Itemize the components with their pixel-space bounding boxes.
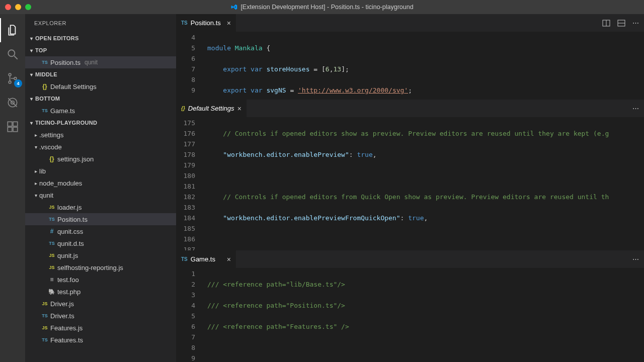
- chevron-right-icon: ▸: [32, 180, 39, 186]
- typescript-icon: TS: [46, 217, 57, 222]
- chevron-right-icon: ▸: [32, 132, 39, 138]
- open-editor-label: Game.ts: [50, 107, 75, 115]
- svg-point-2: [9, 73, 11, 76]
- tab-label: Default Settings: [188, 105, 234, 112]
- svg-rect-9: [8, 127, 12, 132]
- line-numbers: 175176177178179180181182183184185186187: [176, 118, 204, 250]
- section-bottom-label: BOTTOM: [35, 96, 60, 102]
- vscode-icon: [230, 4, 237, 11]
- open-editor-middle-default-settings[interactable]: {} Default Settings: [25, 80, 176, 93]
- svg-rect-8: [8, 122, 12, 126]
- tab-game-ts[interactable]: TS Game.ts ×: [176, 250, 236, 268]
- window-controls: [0, 4, 31, 10]
- section-top[interactable]: ▾ TOP: [25, 44, 176, 56]
- more-icon[interactable]: ⋯: [632, 19, 639, 27]
- activity-scm[interactable]: 4: [0, 66, 25, 90]
- file-position-ts[interactable]: TS Position.ts: [25, 213, 176, 225]
- typescript-icon: TS: [181, 20, 188, 26]
- window-title-text: [Extension Development Host] - Position.…: [240, 4, 413, 11]
- typescript-icon: TS: [181, 256, 188, 262]
- tab-label: Position.ts: [191, 19, 221, 27]
- typescript-icon: TS: [39, 60, 50, 65]
- file-features-js[interactable]: JS Features.js: [25, 322, 176, 334]
- folder-label: .settings: [39, 131, 63, 139]
- file-selfhosting-js[interactable]: JS selfhosting-reporting.js: [25, 261, 176, 274]
- minimize-window-button[interactable]: [15, 4, 21, 10]
- file-test-foo[interactable]: ≡ test.foo: [25, 274, 176, 286]
- section-top-label: TOP: [35, 47, 47, 53]
- editor-group-bottom: TS Game.ts × ⋯ 123456789 /// <reference …: [176, 250, 644, 362]
- more-icon[interactable]: ⋯: [632, 105, 639, 112]
- extensions-icon: [6, 120, 19, 133]
- folder-node-modules[interactable]: ▸ node_modules: [25, 177, 176, 189]
- code-editor-top[interactable]: 456789 module Mankala { export var store…: [176, 32, 644, 100]
- activity-search[interactable]: [0, 42, 25, 66]
- file-qunit-js[interactable]: JS qunit.js: [25, 249, 176, 261]
- open-editor-bottom-game[interactable]: TS Game.ts: [25, 105, 176, 117]
- svg-rect-10: [13, 127, 18, 132]
- code-editor-middle[interactable]: 175176177178179180181182183184185186187 …: [176, 118, 644, 250]
- tab-default-settings[interactable]: {} Default Settings ×: [176, 100, 247, 117]
- sidebar: EXPLORER ▾ OPEN EDITORS ▾ TOP TS Positio…: [25, 14, 176, 362]
- open-editor-label: Default Settings: [50, 83, 97, 90]
- window-title: [Extension Development Host] - Position.…: [230, 4, 413, 11]
- file-settings-json[interactable]: {} settings.json: [25, 153, 176, 165]
- json-icon: {}: [46, 155, 57, 162]
- section-middle[interactable]: ▾ MIDDLE: [25, 68, 176, 80]
- tabs-bar-top: TS Position.ts × ⋯: [176, 14, 644, 32]
- svg-rect-11: [13, 122, 18, 126]
- maximize-window-button[interactable]: [25, 4, 31, 10]
- section-open-editors[interactable]: ▾ OPEN EDITORS: [25, 32, 176, 44]
- debug-icon: [6, 96, 19, 109]
- svg-point-0: [8, 50, 15, 56]
- section-project-label: TICINO-PLAYGROUND: [35, 120, 97, 126]
- file-label: loader.js: [57, 204, 82, 211]
- sidebar-title: EXPLORER: [25, 14, 176, 32]
- folder-lib[interactable]: ▸ lib: [25, 165, 176, 177]
- file-label: Features.ts: [50, 336, 83, 344]
- close-icon[interactable]: ×: [227, 19, 231, 27]
- folder-vscode[interactable]: ▾ .vscode: [25, 141, 176, 153]
- chevron-down-icon: ▾: [32, 193, 39, 198]
- code-content: // Controls if opened editors show as pr…: [204, 118, 644, 250]
- code-editor-bottom[interactable]: 123456789 /// <reference path="lib/Base.…: [176, 268, 644, 362]
- open-editor-top-position[interactable]: TS Position.ts qunit: [25, 56, 176, 68]
- javascript-icon: JS: [39, 325, 50, 330]
- file-features-ts[interactable]: TS Features.ts: [25, 334, 176, 346]
- folder-qunit[interactable]: ▾ qunit: [25, 189, 176, 201]
- file-label: test.php: [57, 288, 80, 296]
- file-qunit-d-ts[interactable]: TS qunit.d.ts: [25, 237, 176, 249]
- tab-position-ts[interactable]: TS Position.ts ×: [176, 14, 236, 32]
- close-window-button[interactable]: [5, 4, 11, 10]
- file-qunit-css[interactable]: # qunit.css: [25, 225, 176, 237]
- tabs-bar-middle: {} Default Settings × ⋯: [176, 100, 644, 118]
- split-editor-icon[interactable]: [602, 19, 610, 27]
- open-editor-label: Position.ts: [50, 59, 80, 66]
- file-test-php[interactable]: 🐘 test.php: [25, 286, 176, 298]
- activity-explorer[interactable]: [0, 18, 25, 42]
- toggle-layout-icon[interactable]: [617, 19, 625, 27]
- file-label: Driver.ts: [50, 312, 74, 320]
- file-loader-js[interactable]: JS loader.js: [25, 201, 176, 213]
- tabs-actions-top: ⋯: [597, 14, 644, 32]
- file-driver-js[interactable]: JS Driver.js: [25, 298, 176, 310]
- activity-debug[interactable]: [0, 90, 25, 115]
- file-driver-ts[interactable]: TS Driver.ts: [25, 310, 176, 322]
- chevron-down-icon: ▾: [28, 96, 35, 102]
- folder-settings[interactable]: ▸ .settings: [25, 129, 176, 141]
- file-label: test.foo: [57, 276, 79, 284]
- close-icon[interactable]: ×: [237, 105, 242, 113]
- svg-point-3: [9, 81, 11, 83]
- javascript-icon: JS: [46, 265, 57, 270]
- close-icon[interactable]: ×: [227, 255, 231, 263]
- typescript-icon: TS: [46, 241, 57, 246]
- activity-extensions[interactable]: [0, 115, 25, 139]
- css-icon: #: [46, 228, 57, 235]
- section-bottom[interactable]: ▾ BOTTOM: [25, 93, 176, 105]
- more-icon[interactable]: ⋯: [632, 255, 639, 263]
- json-icon: {}: [181, 106, 185, 111]
- javascript-icon: JS: [39, 301, 50, 306]
- typescript-icon: TS: [39, 108, 50, 113]
- chevron-right-icon: ▸: [32, 168, 39, 174]
- section-project[interactable]: ▾ TICINO-PLAYGROUND: [25, 117, 176, 129]
